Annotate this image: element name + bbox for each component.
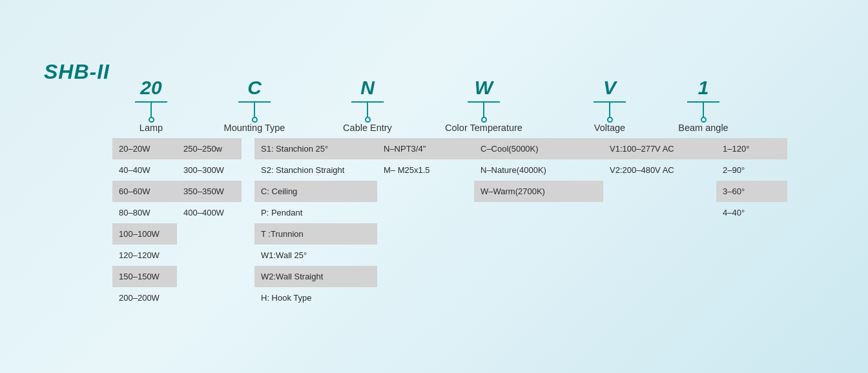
table-row: [377, 223, 474, 245]
seg-w: W: [416, 77, 552, 123]
table-row: V1:100–277V AC: [603, 138, 716, 159]
table-row: [474, 287, 603, 308]
table-row: 100–100W: [112, 223, 177, 245]
table-row: 250–250w: [177, 138, 242, 159]
seg-v-letter: V: [603, 77, 616, 99]
seg-n: N: [319, 77, 416, 123]
table-row: 400–400W: [177, 202, 242, 223]
table-row: [603, 181, 716, 202]
table-row: C: Ceiling: [254, 181, 377, 202]
table-row: 40–40W: [112, 159, 177, 181]
table-row: [177, 223, 242, 245]
table-row: V2:200–480V AC: [603, 159, 716, 181]
table-row: [377, 202, 474, 223]
seg-n-letter: N: [360, 77, 375, 99]
table-row: [603, 223, 716, 245]
table-row: [716, 223, 787, 245]
table-row: [474, 245, 603, 266]
table-row: [716, 245, 787, 266]
table-row: P: Pendant: [254, 202, 377, 223]
seg-w-letter: W: [475, 77, 493, 99]
header-area: SHB-II 20 C N: [41, 60, 827, 123]
table-row: [603, 266, 716, 287]
table-row: W2:Wall Straight: [254, 266, 377, 287]
cable-col: N–NPT3/4" M– M25x1.5: [377, 138, 474, 308]
table-row: [603, 202, 716, 223]
table-row: W1:Wall 25°: [254, 245, 377, 266]
table-row: C–Cool(5000K): [474, 138, 603, 159]
seg-20-letter: 20: [140, 77, 161, 99]
table-row: 120–120W: [112, 245, 177, 266]
table-row: [603, 245, 716, 266]
mounting-col: S1: Stanchion 25° S2: Stanchion Straight…: [254, 138, 377, 308]
seg-c-letter: C: [247, 77, 262, 99]
table-row: N–NPT3/4": [377, 138, 474, 159]
table-row: T :Trunnion: [254, 223, 377, 245]
color-col: C–Cool(5000K) N–Nature(4000K) W–Warm(270…: [474, 138, 603, 308]
table-row: 200–200W: [112, 287, 177, 308]
main-container: SHB-II 20 C N: [21, 45, 847, 329]
table-row: 300–300W: [177, 159, 242, 181]
table-row: W–Warm(2700K): [474, 181, 603, 202]
label-cable: Cable Entry: [319, 123, 416, 133]
table-row: [177, 245, 242, 266]
seg-1: 1: [668, 77, 739, 123]
label-mounting: Mounting Type: [190, 123, 319, 133]
lamp-col2: 250–250w 300–300W 350–350W 400–400W: [177, 138, 242, 308]
table-row: 4–40°: [716, 202, 787, 223]
label-voltage: Voltage: [552, 123, 668, 133]
beam-col: 1–120° 2–90° 3–60° 4–40°: [716, 138, 787, 308]
table-row: 1–120°: [716, 138, 787, 159]
table-row: 3–60°: [716, 181, 787, 202]
table-row: [603, 287, 716, 308]
spacer-col: [41, 138, 112, 308]
shb-letter: SHB-II: [44, 60, 110, 84]
gap-col: [242, 138, 254, 308]
table-row: 350–350W: [177, 181, 242, 202]
table-row: H: Hook Type: [254, 287, 377, 308]
table-row: 2–90°: [716, 159, 787, 181]
table-row: [177, 266, 242, 287]
label-lamp: Lamp: [112, 123, 190, 133]
table-row: 60–60W: [112, 181, 177, 202]
table-row: [377, 287, 474, 308]
label-beam: Beam angle: [668, 123, 739, 133]
seg-c: C: [190, 77, 319, 123]
table-row: 150–150W: [112, 266, 177, 287]
seg-1-letter: 1: [698, 77, 709, 99]
table-row: [474, 202, 603, 223]
table-row: S2: Stanchion Straight: [254, 159, 377, 181]
table-row: [716, 266, 787, 287]
table-row: M– M25x1.5: [377, 159, 474, 181]
lamp-col1: 20–20W 40–40W 60–60W 80–80W 100–100W 120…: [112, 138, 177, 308]
table-row: 20–20W: [112, 138, 177, 159]
col-labels-row: Lamp Mounting Type Cable Entry Color Tem…: [41, 123, 827, 133]
seg-20: 20: [112, 77, 190, 123]
label-color-temp: Color Temperature: [416, 123, 552, 133]
table-row: [377, 181, 474, 202]
table-row: [377, 266, 474, 287]
table-row: [716, 287, 787, 308]
table-row: [177, 287, 242, 308]
table-row: [474, 223, 603, 245]
seg-shb: SHB-II: [41, 60, 112, 123]
seg-v: V: [552, 77, 668, 123]
voltage-col: V1:100–277V AC V2:200–480V AC: [603, 138, 716, 308]
table-row: N–Nature(4000K): [474, 159, 603, 181]
table-row: S1: Stanchion 25°: [254, 138, 377, 159]
data-table: 20–20W 40–40W 60–60W 80–80W 100–100W 120…: [41, 138, 827, 308]
table-row: [377, 245, 474, 266]
table-row: 80–80W: [112, 202, 177, 223]
table-row: [474, 266, 603, 287]
